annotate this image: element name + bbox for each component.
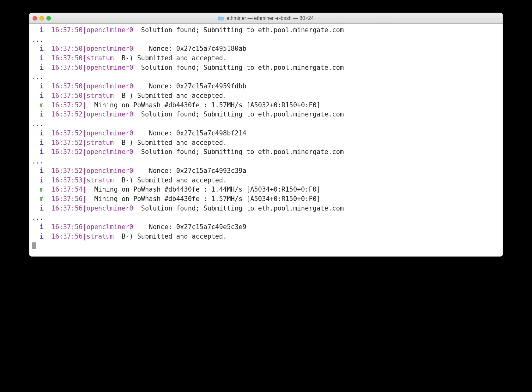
log-level: i [40, 45, 44, 52]
log-line: ... [32, 213, 500, 223]
pipe-icon: | [82, 101, 86, 109]
log-message: B-) Submitted and accepted. [122, 176, 227, 184]
log-line: ... [32, 73, 500, 82]
log-message: B-) Submitted and accepted. [122, 139, 227, 146]
log-raw: ... [32, 214, 44, 221]
log-raw: ... [32, 157, 44, 165]
log-level: i [40, 92, 44, 99]
log-level: m [40, 195, 44, 203]
pipe-icon: | [82, 148, 86, 156]
log-line: m 16:37:56| Mining on PoWhash #db4430fe … [32, 194, 500, 204]
log-line: i 16:37:56|stratum B-) Submitted and acc… [32, 232, 500, 241]
log-raw: ... [32, 73, 44, 81]
log-level: m [40, 101, 44, 109]
log-raw: ... [32, 120, 44, 128]
log-line: i 16:37:50|openclminer0 Nonce: 0x27c15a7… [32, 44, 500, 54]
log-line: i 16:37:52|openclminer0 Nonce: 0x27c15a7… [32, 166, 500, 176]
minimize-icon[interactable] [39, 16, 44, 21]
log-source: stratum [87, 176, 114, 184]
log-level: i [40, 82, 44, 90]
pipe-icon: | [82, 82, 86, 90]
pipe-icon: | [82, 92, 86, 99]
cursor-icon [32, 242, 36, 249]
folder-icon [218, 16, 224, 21]
log-line: i 16:37:52|stratum B-) Submitted and acc… [32, 138, 500, 148]
log-level: i [40, 26, 44, 34]
log-message: Solution found; Submitting to eth.pool.m… [137, 148, 344, 156]
log-level: i [40, 54, 44, 62]
log-line: m 16:37:52| Mining on PoWhash #db4430fe … [32, 101, 500, 110]
log-line: i 16:37:50|stratum B-) Submitted and acc… [32, 91, 500, 101]
terminal-output[interactable]: i 16:37:50|openclminer0 Solution found; … [29, 24, 503, 256]
log-level: i [40, 205, 44, 212]
log-timestamp: 16:37:52 [51, 110, 83, 118]
pipe-icon: | [82, 64, 86, 71]
log-source: stratum [87, 233, 114, 240]
log-timestamp: 16:37:52 [51, 129, 83, 137]
pipe-icon: | [82, 223, 86, 231]
log-message: Solution found; Submitting to eth.pool.m… [137, 110, 344, 118]
log-timestamp: 16:37:56 [51, 205, 83, 212]
pipe-icon: | [82, 45, 86, 52]
log-timestamp: 16:37:54 [51, 186, 83, 193]
log-message: Nonce: 0x27c15a7c49e5c3e9 [137, 223, 246, 231]
log-message: Solution found; Submitting to eth.pool.m… [137, 64, 344, 71]
log-level: i [40, 139, 44, 146]
log-line: ... [32, 157, 500, 166]
log-source: openclminer0 [87, 205, 133, 212]
pipe-icon: | [82, 205, 86, 212]
log-line: i 16:37:50|openclminer0 Solution found; … [32, 63, 500, 73]
zoom-icon[interactable] [46, 16, 51, 21]
log-timestamp: 16:37:50 [51, 45, 83, 52]
log-message: Solution found; Submitting to eth.pool.m… [137, 205, 344, 212]
log-line: i 16:37:50|openclminer0 Nonce: 0x27c15a7… [32, 82, 500, 91]
log-timestamp: 16:37:56 [51, 233, 83, 240]
pipe-icon: | [82, 54, 86, 62]
log-timestamp: 16:37:50 [51, 82, 83, 90]
log-source: openclminer0 [87, 26, 133, 34]
log-message: Mining on PoWhash #db4430fe : 1.44MH/s [… [90, 186, 320, 193]
log-message: Nonce: 0x27c15a7c4993c39a [137, 167, 246, 175]
pipe-icon: | [82, 233, 86, 240]
close-icon[interactable] [33, 16, 37, 21]
log-timestamp: 16:37:50 [51, 92, 83, 99]
log-level: m [40, 186, 44, 193]
log-source: stratum [87, 54, 114, 62]
pipe-icon: | [82, 186, 86, 193]
log-source: openclminer0 [87, 129, 133, 137]
window-titlebar[interactable]: ethminer — ethminer ◂ -bash — 80×24 [29, 13, 503, 24]
log-level: i [40, 110, 44, 118]
log-timestamp: 16:37:50 [51, 26, 83, 34]
log-timestamp: 16:37:52 [51, 148, 83, 156]
pipe-icon: | [82, 110, 86, 118]
log-timestamp: 16:37:50 [51, 54, 83, 62]
log-timestamp: 16:37:53 [51, 176, 83, 184]
log-source: openclminer0 [87, 110, 133, 118]
log-source: openclminer0 [87, 82, 133, 90]
log-level: i [40, 129, 44, 137]
log-timestamp: 16:37:52 [51, 167, 83, 175]
window-title: ethminer — ethminer ◂ -bash — 80×24 [218, 15, 314, 21]
log-source: openclminer0 [87, 64, 133, 71]
log-level: i [40, 148, 44, 156]
log-source: stratum [87, 92, 114, 99]
log-timestamp: 16:37:52 [51, 101, 83, 109]
log-timestamp: 16:37:56 [51, 223, 83, 231]
log-message: Mining on PoWhash #db4430fe : 1.57MH/s [… [90, 101, 320, 109]
log-raw: ... [32, 36, 44, 43]
log-message: Mining on PoWhash #db4430fe : 1.57MH/s [… [90, 195, 320, 203]
log-timestamp: 16:37:52 [51, 139, 83, 146]
pipe-icon: | [82, 129, 86, 137]
window-title-text: ethminer — ethminer ◂ -bash — 80×24 [227, 15, 314, 21]
log-source: openclminer0 [87, 45, 133, 52]
log-source: stratum [87, 139, 114, 146]
log-message: Nonce: 0x27c15a7c495180ab [137, 45, 246, 52]
log-line: ... [32, 119, 500, 129]
log-line: i 16:37:50|openclminer0 Solution found; … [32, 26, 500, 35]
log-message: Nonce: 0x27c15a7c498bf214 [137, 129, 246, 137]
prompt-line[interactable] [32, 241, 500, 251]
log-line: i 16:37:56|openclminer0 Nonce: 0x27c15a7… [32, 223, 500, 232]
log-line: i 16:37:52|openclminer0 Nonce: 0x27c15a7… [32, 129, 500, 138]
log-source: openclminer0 [87, 223, 133, 231]
log-timestamp: 16:37:50 [51, 64, 83, 71]
